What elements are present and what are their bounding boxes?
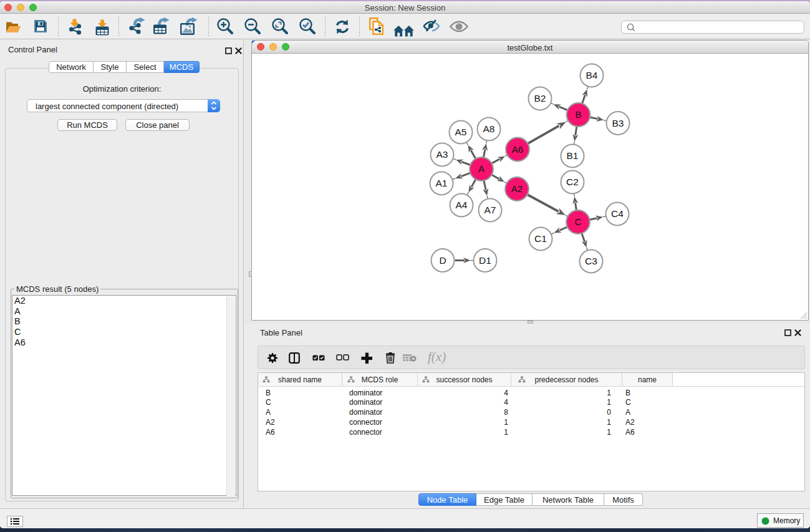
svg-text:A4: A4 xyxy=(456,200,468,210)
svg-text:B4: B4 xyxy=(586,70,598,80)
svg-text:A1: A1 xyxy=(436,178,448,188)
svg-text:A2: A2 xyxy=(511,183,523,194)
svg-text:A7: A7 xyxy=(485,205,496,215)
svg-text:A3: A3 xyxy=(436,149,448,160)
svg-text:C1: C1 xyxy=(534,233,547,244)
svg-text:C: C xyxy=(575,216,582,227)
svg-text:A: A xyxy=(478,163,485,174)
svg-text:D1: D1 xyxy=(479,255,491,266)
svg-text:B: B xyxy=(575,109,581,120)
svg-text:C2: C2 xyxy=(566,177,579,187)
svg-text:A8: A8 xyxy=(483,123,495,134)
svg-text:B2: B2 xyxy=(534,93,546,104)
svg-text:A6: A6 xyxy=(512,144,523,155)
svg-text:B3: B3 xyxy=(612,118,624,128)
svg-text:D: D xyxy=(439,255,446,266)
svg-text:A5: A5 xyxy=(455,127,467,137)
svg-text:C4: C4 xyxy=(611,208,624,219)
svg-text:B1: B1 xyxy=(567,150,579,161)
svg-text:C3: C3 xyxy=(585,256,597,266)
